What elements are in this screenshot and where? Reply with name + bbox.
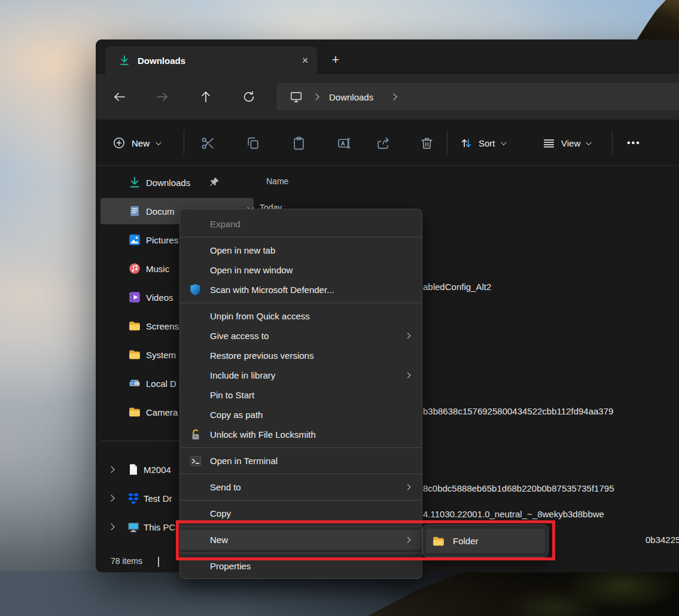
rename-button[interactable]: [331, 130, 357, 156]
tree-item-label: Test Dr: [144, 484, 172, 513]
downloads-icon: [118, 54, 130, 66]
defender-shield-icon: [188, 282, 203, 297]
music-icon: [128, 262, 141, 275]
breadcrumb-chevron-icon[interactable]: [391, 93, 397, 100]
toolbar-divider: [447, 131, 447, 155]
view-label: View: [561, 138, 580, 148]
computer-icon: [127, 520, 140, 533]
refresh-button[interactable]: [239, 87, 258, 106]
chevron-right-icon[interactable]: [108, 495, 114, 501]
forward-button[interactable]: [153, 87, 172, 106]
menu-item-label: Give access to: [210, 331, 269, 341]
file-name-fragment[interactable]: b3b8638c1576925800434522cbb112fd94aa379: [423, 406, 613, 416]
view-button[interactable]: View: [537, 130, 595, 155]
tree-item-label: This PC: [144, 513, 175, 541]
tab-strip: Downloads × +: [96, 39, 679, 74]
sidebar-item-label: Downloads: [146, 168, 190, 197]
breadcrumb-chevron-icon: [312, 93, 319, 100]
sidebar-item-downloads[interactable]: Downloads: [96, 168, 257, 197]
breadcrumb[interactable]: Downloads: [276, 83, 679, 111]
copy-button[interactable]: [239, 130, 266, 156]
new-tab-button[interactable]: +: [326, 50, 345, 69]
file-name-fragment[interactable]: 0b3422557586f645: [645, 535, 679, 545]
menu-item-label: Expand: [210, 219, 240, 229]
menu-item-include-in-library[interactable]: Include in library: [180, 365, 422, 385]
chevron-right-icon[interactable]: [108, 523, 114, 530]
menu-item-scan-with-defender[interactable]: Scan with Microsoft Defender...: [180, 280, 422, 300]
dropbox-icon: [127, 492, 140, 505]
scissors-icon: [200, 136, 215, 151]
downloads-icon: [128, 176, 141, 189]
paste-button[interactable]: [285, 130, 312, 156]
folder-icon: [128, 348, 141, 361]
menu-item-label: Open in Terminal: [210, 456, 278, 466]
delete-button[interactable]: [413, 130, 440, 156]
breadcrumb-segment[interactable]: Downloads: [329, 92, 373, 102]
forward-arrow-icon: [155, 90, 169, 104]
menu-item-label: Open in new tab: [210, 245, 275, 255]
menu-divider: [180, 500, 422, 501]
more-options-button[interactable]: •••: [621, 130, 647, 155]
sidebar-item-label: Camera: [146, 398, 178, 426]
menu-item-label: Copy: [210, 508, 231, 519]
new-button[interactable]: New: [106, 130, 166, 155]
documents-icon: [128, 205, 141, 218]
menu-item-unpin-from-quick-access[interactable]: Unpin from Quick access: [180, 306, 422, 326]
submenu-arrow-icon: [405, 373, 411, 379]
file-icon: [127, 463, 140, 476]
menu-item-label: Restore previous versions: [210, 350, 313, 361]
desktop: Downloads × + Down: [0, 0, 679, 616]
tab-downloads[interactable]: Downloads ×: [105, 47, 317, 74]
share-icon: [376, 136, 391, 151]
sidebar-item-label: Local D: [146, 369, 176, 398]
menu-item-copy-as-path[interactable]: Copy as path: [180, 405, 422, 425]
share-button[interactable]: [370, 130, 396, 156]
menu-item-open-in-terminal[interactable]: Open in Terminal: [180, 451, 422, 471]
paste-icon: [291, 136, 306, 151]
menu-item-label: Open in new window: [210, 265, 293, 275]
this-pc-icon: [290, 90, 303, 103]
chevron-down-icon: [156, 139, 162, 145]
terminal-icon: [188, 453, 203, 468]
cut-button[interactable]: [194, 130, 221, 156]
videos-icon: [128, 291, 141, 304]
menu-item-open-in-new-window[interactable]: Open in new window: [180, 260, 422, 280]
pin-icon: [208, 176, 220, 188]
file-name-fragment[interactable]: 4.11030.22001.0_neutral_~_8wekyb3d8bbwe: [423, 509, 604, 519]
menu-item-label: Pin to Start: [210, 390, 254, 400]
sort-button[interactable]: Sort: [455, 130, 510, 155]
drive-icon: [128, 377, 141, 390]
menu-item-label: Include in library: [210, 370, 275, 380]
file-name-fragment[interactable]: abledConfig_Alt2: [423, 282, 491, 292]
menu-item-label: Send to: [210, 482, 241, 492]
menu-item-give-access-to[interactable]: Give access to: [180, 326, 422, 346]
menu-item-label: Unlock with File Locksmith: [210, 429, 316, 440]
tab-close-icon[interactable]: ×: [297, 52, 313, 69]
up-button[interactable]: [196, 87, 215, 106]
file-name-fragment[interactable]: 8c0bdc5888eb65b1d68b220b0b87535735f1795: [423, 483, 614, 493]
chevron-right-icon[interactable]: [108, 466, 114, 472]
menu-item-pin-to-start[interactable]: Pin to Start: [180, 385, 422, 405]
tree-item-label: M2004: [144, 455, 171, 484]
pictures-icon: [128, 233, 141, 246]
menu-item-expand[interactable]: Expand: [180, 214, 422, 234]
menu-divider: [180, 474, 422, 474]
folder-icon: [128, 405, 141, 419]
column-header-name[interactable]: Name: [266, 176, 288, 186]
items-count: 78 items: [111, 556, 142, 566]
tab-title: Downloads: [138, 56, 185, 66]
navigation-bar: Downloads: [96, 74, 679, 120]
refresh-icon: [242, 90, 255, 103]
menu-item-unlock-with-file-locksmith[interactable]: Unlock with File Locksmith: [180, 425, 422, 444]
new-button-label: New: [132, 138, 150, 148]
back-button[interactable]: [110, 87, 129, 106]
menu-divider: [180, 447, 422, 448]
plus-circle-icon: [112, 136, 126, 150]
submenu-arrow-icon: [405, 484, 411, 490]
menu-item-open-in-new-tab[interactable]: Open in new tab: [180, 240, 422, 260]
sort-icon: [459, 136, 473, 150]
back-arrow-icon: [112, 90, 127, 104]
menu-item-send-to[interactable]: Send to: [180, 477, 422, 497]
menu-item-label: Scan with Microsoft Defender...: [210, 285, 334, 295]
menu-item-restore-previous-versions[interactable]: Restore previous versions: [180, 346, 422, 365]
